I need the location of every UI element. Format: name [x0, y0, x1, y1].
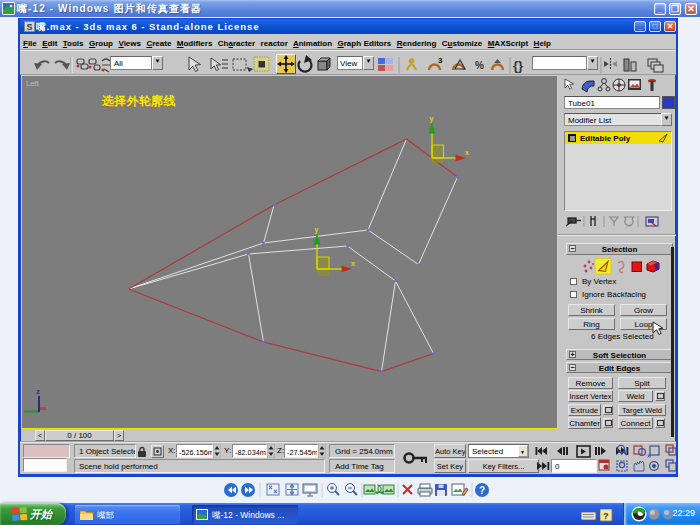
svg-text:?: ?	[603, 511, 609, 521]
svg-text:y: y	[430, 115, 434, 123]
svg-text:x: x	[465, 149, 469, 156]
svg-text:?: ?	[479, 485, 485, 496]
svg-text:x: x	[351, 260, 355, 267]
svg-text:z: z	[36, 387, 40, 396]
svg-text:y: y	[315, 226, 319, 234]
